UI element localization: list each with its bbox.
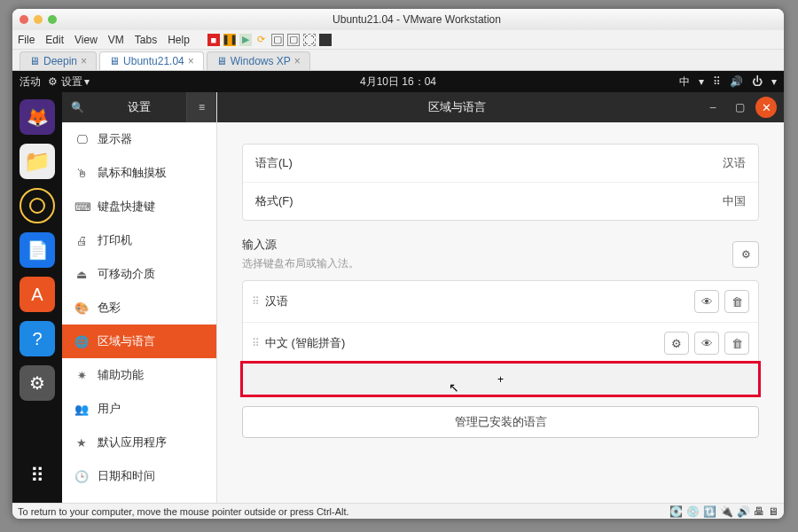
host-tab-winxp[interactable]: 🖥 Windows XP × <box>207 51 310 70</box>
chevron-down-icon: ▾ <box>84 75 90 88</box>
settings-title: 设置 <box>92 99 186 115</box>
sidebar-item-label: 默认应用程序 <box>98 434 167 450</box>
activities-button[interactable]: 活动 <box>20 74 41 90</box>
preview-button[interactable]: 👁 <box>694 332 719 355</box>
sidebar-item-mouse[interactable]: 🖱鼠标和触摸板 <box>62 156 216 190</box>
eye-icon: 👁 <box>701 337 713 350</box>
sidebar-item-default-apps[interactable]: ★默认应用程序 <box>62 426 216 459</box>
language-label: 语言(L) <box>255 155 723 171</box>
dock: 🦊 📁 📄 A ? ⚙ ⠿ <box>12 92 62 503</box>
minimize-icon[interactable] <box>34 15 43 24</box>
close-icon[interactable] <box>20 15 28 24</box>
gear-icon: ⚙ <box>741 248 751 261</box>
fullscreen-icon[interactable]: ⛶ <box>303 34 316 46</box>
remove-button[interactable]: 🗑 <box>724 332 749 355</box>
dock-files[interactable]: 📁 <box>20 144 55 179</box>
console-icon[interactable]: ▭ <box>319 34 332 46</box>
minimize-button[interactable]: – <box>702 97 724 118</box>
trash-icon: 🗑 <box>732 337 743 350</box>
close-icon[interactable]: × <box>188 55 194 67</box>
sidebar-item-removable[interactable]: ⏏可移动介质 <box>62 257 216 291</box>
menu-file[interactable]: File <box>18 34 35 46</box>
sidebar-item-displays[interactable]: 🖵显示器 <box>62 122 216 156</box>
snapshot-icon[interactable]: ▢ <box>271 34 284 46</box>
input-source-row[interactable]: ⠿ 汉语 👁 🗑 <box>243 281 758 322</box>
hamburger-icon[interactable]: ≡ <box>186 92 216 122</box>
formats-row[interactable]: 格式(F) 中国 <box>243 182 758 220</box>
maximize-icon[interactable] <box>48 15 57 24</box>
gear-icon: ⚙ <box>48 75 58 88</box>
sidebar-item-users[interactable]: 👥用户 <box>62 392 216 426</box>
ime-indicator[interactable]: 中 <box>679 74 690 90</box>
current-app-label[interactable]: 设置 <box>61 74 82 90</box>
printer-icon[interactable]: 🖶 <box>754 505 764 518</box>
cd-icon[interactable]: 💿 <box>686 505 700 518</box>
users-icon: 👥 <box>74 403 89 416</box>
source-settings-button[interactable]: ⚙ <box>664 332 689 355</box>
close-button[interactable]: ✕ <box>755 97 777 118</box>
pause-icon[interactable]: ❚❚ <box>223 34 236 46</box>
sidebar-item-a11y[interactable]: ✷辅助功能 <box>62 358 216 392</box>
clock[interactable]: 4月10日 16：04 <box>360 74 436 90</box>
globe-icon: 🌐 <box>74 335 89 348</box>
dock-rhythmbox[interactable] <box>20 188 55 223</box>
manage-languages-button[interactable]: 管理已安装的语言 <box>242 406 759 438</box>
menu-edit[interactable]: Edit <box>45 34 64 46</box>
screen-icon[interactable]: 🖥 <box>768 505 778 518</box>
remove-button[interactable]: 🗑 <box>724 290 749 313</box>
dock-software[interactable]: A <box>20 277 55 312</box>
language-row[interactable]: 语言(L) 汉语 <box>243 145 758 182</box>
close-icon[interactable]: × <box>81 55 87 67</box>
network-icon[interactable]: ⠿ <box>713 75 721 88</box>
volume-icon[interactable]: 🔊 <box>730 75 743 88</box>
sidebar-item-color[interactable]: 🎨色彩 <box>62 291 216 325</box>
power-icon[interactable]: ⏻ <box>752 75 763 88</box>
chevron-down-icon: ▾ <box>771 75 777 88</box>
dock-settings[interactable]: ⚙ <box>20 365 55 401</box>
drag-handle-icon[interactable]: ⠿ <box>252 295 258 308</box>
stop-icon[interactable]: ■ <box>207 34 220 46</box>
host-titlebar: Ubuntu21.04 - VMware Workstation <box>12 9 784 30</box>
menu-vm[interactable]: VM <box>108 34 124 46</box>
host-tab-ubuntu[interactable]: 🖥 Ubuntu21.04 × <box>99 51 204 70</box>
input-settings-button[interactable]: ⚙ <box>732 241 759 268</box>
button-label: 管理已安装的语言 <box>455 414 547 430</box>
usb-icon[interactable]: 🔌 <box>720 505 733 518</box>
dock-apps[interactable]: ⠿ <box>20 458 55 494</box>
search-icon[interactable]: 🔍 <box>62 92 92 122</box>
maximize-button[interactable]: ▢ <box>729 97 750 118</box>
panel-title: 区域与语言 <box>217 99 697 115</box>
sidebar-item-printers[interactable]: 🖨打印机 <box>62 223 216 257</box>
play-icon[interactable]: ▶ <box>239 34 252 46</box>
sidebar-item-region[interactable]: 🌐区域与语言 <box>62 325 216 358</box>
mouse-icon: 🖱 <box>74 167 89 180</box>
dock-help[interactable]: ? <box>20 321 55 356</box>
net-icon[interactable]: 🔃 <box>703 505 716 518</box>
settings-content-pane: 区域与语言 – ▢ ✕ 语言(L) 汉语 格式(F) 中国 <box>217 92 784 503</box>
unity-icon[interactable]: ▢ <box>287 34 300 46</box>
disk-icon[interactable]: 💽 <box>669 505 683 518</box>
menu-help[interactable]: Help <box>168 34 190 46</box>
sidebar-item-label: 可移动介质 <box>98 266 155 282</box>
add-input-source-button[interactable]: + <box>243 364 758 395</box>
tab-icon: 🖥 <box>109 55 120 67</box>
restart-icon[interactable]: ⟳ <box>255 34 268 46</box>
sound-icon[interactable]: 🔊 <box>737 505 750 518</box>
menu-tabs[interactable]: Tabs <box>135 34 157 46</box>
preview-button[interactable]: 👁 <box>694 290 719 313</box>
traffic-lights[interactable] <box>20 15 57 24</box>
usb-icon: ⏏ <box>74 268 89 281</box>
content-body: 语言(L) 汉语 格式(F) 中国 输入源 选择键盘布局或输入法。 <box>217 122 784 503</box>
sidebar-item-label: 色彩 <box>98 300 121 316</box>
menu-view[interactable]: View <box>74 34 98 46</box>
status-icons: 💽 💿 🔃 🔌 🔊 🖶 🖥 <box>669 505 778 518</box>
sidebar-item-datetime[interactable]: 🕒日期和时间 <box>62 459 216 493</box>
drag-handle-icon[interactable]: ⠿ <box>252 337 258 349</box>
star-icon: ★ <box>74 436 89 450</box>
input-source-row[interactable]: ⠿ 中文 (智能拼音) ⚙ 👁 🗑 <box>243 322 758 364</box>
sidebar-item-keyboard[interactable]: ⌨键盘快捷键 <box>62 190 216 223</box>
host-tab-deepin[interactable]: 🖥 Deepin × <box>20 51 97 70</box>
dock-libreoffice[interactable]: 📄 <box>20 232 55 268</box>
close-icon[interactable]: × <box>294 55 301 67</box>
dock-firefox[interactable]: 🦊 <box>20 99 55 135</box>
